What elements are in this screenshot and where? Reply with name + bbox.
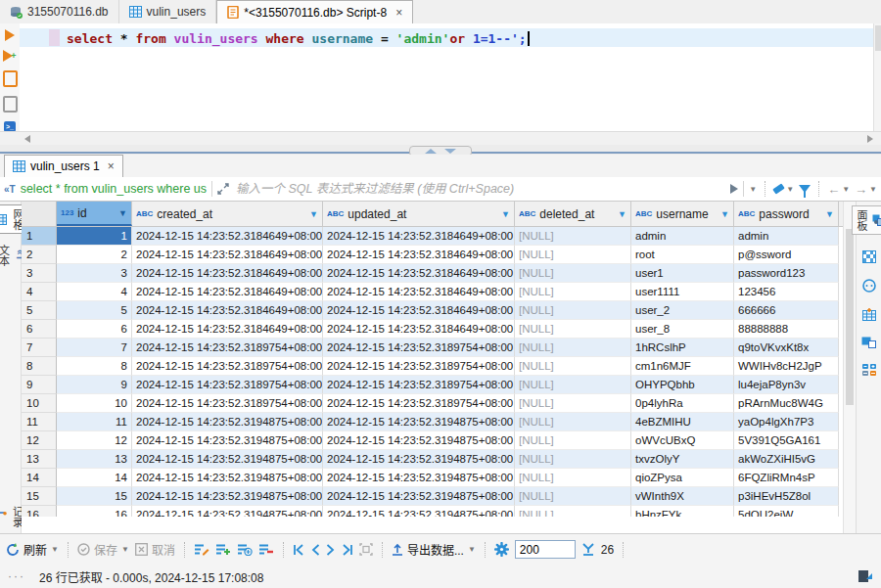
cell-created_at[interactable]: 2024-12-15 14:23:52.3194875+08:00	[132, 487, 323, 506]
cell-id[interactable]: 3	[57, 264, 132, 283]
cell-updated_at[interactable]: 2024-12-15 14:23:52.3194875+08:00	[323, 506, 515, 517]
cell-created_at[interactable]: 2024-12-15 14:23:52.3184649+08:00	[132, 246, 323, 264]
cell-username[interactable]: OHYPQbhb	[631, 376, 734, 394]
cell-username[interactable]: 0p4lyhRa	[631, 394, 734, 413]
panel-grouping-icon[interactable]	[862, 279, 876, 293]
execute-script-icon[interactable]	[3, 70, 18, 87]
cell-updated_at[interactable]: 2024-12-15 14:23:52.3194875+08:00	[323, 431, 515, 450]
table-row[interactable]: 552024-12-15 14:23:52.3184649+08:002024-…	[22, 301, 844, 320]
cell-created_at[interactable]: 2024-12-15 14:23:52.3184649+08:00	[132, 320, 323, 339]
table-row[interactable]: 662024-12-15 14:23:52.3184649+08:002024-…	[22, 320, 844, 339]
row-number[interactable]: 5	[22, 301, 57, 320]
row-number[interactable]: 10	[22, 394, 57, 413]
row-number[interactable]: 15	[22, 487, 57, 506]
row-number[interactable]: 8	[22, 357, 57, 376]
table-row[interactable]: 772024-12-15 14:23:52.3189754+08:002024-…	[22, 339, 844, 357]
row-number[interactable]: 12	[22, 431, 57, 450]
cell-id[interactable]: 15	[57, 487, 132, 506]
column-filter-dropdown-icon[interactable]: ▼	[501, 209, 510, 219]
cancel-button[interactable]: 取消	[135, 541, 175, 558]
cell-password[interactable]: 123456	[734, 283, 839, 301]
cell-created_at[interactable]: 2024-12-15 14:23:52.3194875+08:00	[132, 469, 323, 487]
cell-password[interactable]: 5dQU2eiW	[734, 506, 839, 517]
cell-username[interactable]: vWInth9X	[631, 487, 734, 506]
cell-password[interactable]: admin	[734, 227, 839, 246]
filter-query-text[interactable]: select * from vulin_users where us	[21, 182, 207, 196]
row-number[interactable]: 7	[22, 339, 57, 357]
cell-created_at[interactable]: 2024-12-15 14:23:52.3189754+08:00	[132, 357, 323, 376]
export-data-button[interactable]: 导出数据... ▼	[392, 541, 476, 558]
column-header-deleted_at[interactable]: ABCdeleted_at▼	[515, 202, 631, 226]
cell-updated_at[interactable]: 2024-12-15 14:23:52.3194875+08:00	[323, 413, 515, 431]
row-number[interactable]: 14	[22, 469, 57, 487]
cell-username[interactable]: cm1n6MJF	[631, 357, 734, 376]
cell-id[interactable]: 4	[57, 283, 132, 301]
column-filter-dropdown-icon[interactable]: ▼	[825, 209, 834, 219]
expand-filter-icon[interactable]	[217, 183, 229, 195]
table-row[interactable]: 442024-12-15 14:23:52.3184649+08:002024-…	[22, 283, 844, 301]
cell-deleted_at[interactable]: [NULL]	[515, 283, 631, 301]
save-button[interactable]: 保存 ▼	[77, 541, 129, 558]
cell-password[interactable]: lu4ejaP8yn3v	[734, 376, 839, 394]
scroll-right-icon[interactable]	[867, 135, 873, 143]
tab-table-vulin-users[interactable]: vulin_users	[119, 0, 217, 23]
cell-deleted_at[interactable]: [NULL]	[515, 301, 631, 320]
cell-password[interactable]: 666666	[734, 301, 839, 320]
fetch-size-input[interactable]	[515, 540, 576, 559]
cell-password[interactable]: p3iHEvH5Z8ol	[734, 487, 839, 506]
column-filter-dropdown-icon[interactable]: ▼	[309, 209, 318, 219]
cell-username[interactable]: 1hRCslhP	[631, 339, 734, 357]
cell-deleted_at[interactable]: [NULL]	[515, 264, 631, 283]
row-number[interactable]: 3	[22, 264, 57, 283]
cell-created_at[interactable]: 2024-12-15 14:23:52.3184649+08:00	[132, 227, 323, 246]
panel-layout-icon[interactable]	[861, 337, 876, 348]
cell-created_at[interactable]: 2024-12-15 14:23:52.3189754+08:00	[132, 376, 323, 394]
cell-updated_at[interactable]: 2024-12-15 14:23:52.3189754+08:00	[323, 394, 515, 413]
row-number[interactable]: 4	[22, 283, 57, 301]
cell-password[interactable]: 5V391Q5GA161	[734, 431, 839, 450]
row-number-header[interactable]	[22, 202, 57, 226]
fetch-all-rows-icon[interactable]	[581, 543, 595, 556]
cell-username[interactable]: qioZPysa	[631, 469, 734, 487]
explain-plan-icon[interactable]	[3, 96, 18, 113]
cell-deleted_at[interactable]: [NULL]	[515, 487, 631, 506]
cell-updated_at[interactable]: 2024-12-15 14:23:52.3194875+08:00	[323, 469, 515, 487]
cell-updated_at[interactable]: 2024-12-15 14:23:52.3184649+08:00	[323, 301, 515, 320]
cell-updated_at[interactable]: 2024-12-15 14:23:52.3184649+08:00	[323, 227, 515, 246]
results-tab[interactable]: vulin_users 1 ×	[4, 155, 123, 177]
column-header-created_at[interactable]: ABCcreated_at▼	[132, 202, 323, 226]
delete-row-icon[interactable]	[258, 543, 274, 556]
cell-id[interactable]: 6	[57, 320, 132, 339]
row-number[interactable]: 6	[22, 320, 57, 339]
filter-back-button[interactable]: ←▼	[827, 183, 850, 196]
next-row-icon[interactable]	[326, 544, 335, 556]
row-number[interactable]: 1	[22, 227, 57, 246]
editor-results-splitter[interactable]	[0, 145, 881, 155]
table-row[interactable]: 112024-12-15 14:23:52.3184649+08:002024-…	[22, 227, 844, 246]
scroll-left-icon[interactable]	[24, 135, 30, 143]
cell-id[interactable]: 1	[57, 227, 132, 246]
cell-updated_at[interactable]: 2024-12-15 14:23:52.3189754+08:00	[323, 357, 515, 376]
cell-id[interactable]: 5	[57, 301, 132, 320]
column-filter-dropdown-icon[interactable]: ▼	[618, 209, 626, 219]
column-filter-dropdown-icon[interactable]: ▼	[118, 208, 127, 218]
filter-funnel-icon[interactable]	[799, 185, 811, 193]
collapse-down-icon[interactable]	[444, 149, 456, 154]
table-row[interactable]: 14142024-12-15 14:23:52.3194875+08:00202…	[22, 469, 844, 487]
cell-id[interactable]: 2	[57, 246, 132, 264]
close-icon[interactable]: ×	[395, 6, 402, 20]
last-row-icon[interactable]	[341, 544, 353, 556]
previous-row-icon[interactable]	[311, 544, 320, 556]
column-header-updated_at[interactable]: ABCupdated_at▼	[323, 202, 515, 226]
editor-vertical-scrollbar[interactable]	[873, 23, 881, 131]
cell-updated_at[interactable]: 2024-12-15 14:23:52.3189754+08:00	[323, 339, 515, 357]
column-header-username[interactable]: ABCusername▼	[631, 202, 734, 226]
table-row[interactable]: 10102024-12-15 14:23:52.3189754+08:00202…	[22, 394, 844, 413]
cell-updated_at[interactable]: 2024-12-15 14:23:52.3194875+08:00	[323, 487, 515, 506]
cell-updated_at[interactable]: 2024-12-15 14:23:52.3184649+08:00	[323, 283, 515, 301]
cell-id[interactable]: 12	[57, 431, 132, 450]
cell-updated_at[interactable]: 2024-12-15 14:23:52.3189754+08:00	[323, 376, 515, 394]
cell-password[interactable]: password123	[734, 264, 839, 283]
cell-deleted_at[interactable]: [NULL]	[515, 227, 631, 246]
panel-value-viewer-icon[interactable]	[862, 250, 876, 263]
